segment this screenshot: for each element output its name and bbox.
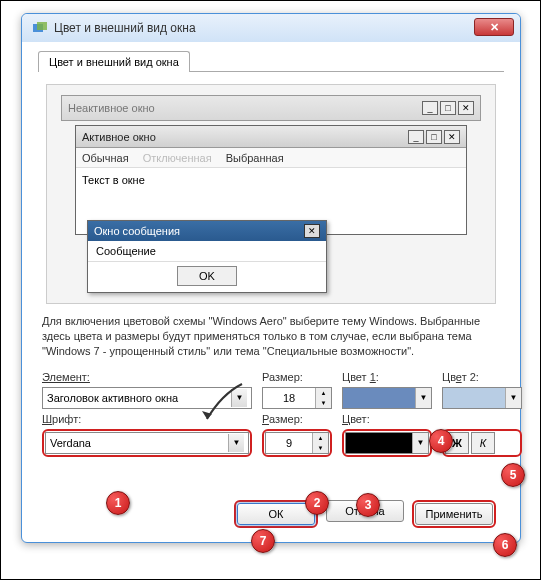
annotation-badge-1: 1 [106, 491, 130, 515]
annotation-badge-5: 5 [501, 463, 525, 487]
preview-text: Текст в окне [76, 168, 466, 192]
chevron-down-icon: ▼ [415, 388, 431, 408]
maximize-icon: □ [426, 130, 442, 144]
menu-disabled: Отключенная [143, 152, 212, 164]
titlebar: Цвет и внешний вид окна ✕ [22, 14, 520, 42]
svg-rect-1 [37, 22, 47, 30]
label-fontcolor: Цвет: [342, 413, 432, 425]
minimize-icon: _ [408, 130, 424, 144]
chevron-down-icon: ▼ [412, 433, 428, 453]
label-fontsize: Размер: [262, 413, 332, 425]
description-text: Для включения цветовой схемы "Windows Ae… [42, 314, 500, 359]
font-combobox[interactable]: Verdana▼ [45, 432, 249, 454]
color1-picker[interactable]: ▼ [342, 387, 432, 409]
apply-button[interactable]: Применить [415, 503, 493, 525]
italic-button[interactable]: К [471, 432, 495, 454]
label-font: Шрифт: [42, 413, 252, 425]
preview-inactive-window: Неактивное окно _ □ ✕ [61, 95, 481, 121]
preview-active-window: Активное окно _ □ ✕ Обычная Отключенная … [75, 125, 467, 235]
chevron-down-icon: ▼ [231, 389, 247, 407]
minimize-icon: _ [422, 101, 438, 115]
fontcolor-picker[interactable]: ▼ [345, 432, 429, 454]
chevron-down-icon: ▼ [228, 434, 244, 452]
annotation-badge-7: 7 [251, 529, 275, 553]
close-button[interactable]: ✕ [474, 18, 514, 36]
annotation-badge-2: 2 [305, 491, 329, 515]
fontsize-spinner[interactable]: 9 ▲▼ [265, 432, 329, 454]
element-combobox[interactable]: Заголовок активного окна▼ [42, 387, 252, 409]
preview-message-window: Окно сообщения ✕ Сообщение OK [87, 220, 327, 293]
tab-appearance[interactable]: Цвет и внешний вид окна [38, 51, 190, 72]
menu-selected: Выбранная [226, 152, 284, 164]
label-size: Размер: [262, 371, 332, 383]
annotation-badge-3: 3 [356, 493, 380, 517]
annotation-badge-6: 6 [493, 533, 517, 557]
close-icon: ✕ [458, 101, 474, 115]
label-color2: Цвет 2: [442, 371, 522, 383]
maximize-icon: □ [440, 101, 456, 115]
dialog-window: Цвет и внешний вид окна ✕ Цвет и внешний… [21, 13, 521, 543]
preview-pane: Неактивное окно _ □ ✕ Активное окно _ □ … [46, 84, 496, 304]
label-element: Элемент: [42, 371, 252, 383]
color2-picker[interactable]: ▼ [442, 387, 522, 409]
label-color1: Цвет 1: [342, 371, 432, 383]
msg-ok-button: OK [177, 266, 237, 286]
annotation-badge-4: 4 [429, 429, 453, 453]
menu-normal: Обычная [82, 152, 129, 164]
close-icon: ✕ [444, 130, 460, 144]
window-title: Цвет и внешний вид окна [54, 21, 196, 35]
size-spinner[interactable]: 18 ▲▼ [262, 387, 332, 409]
app-icon [32, 20, 48, 36]
close-icon: ✕ [304, 224, 320, 238]
chevron-down-icon: ▼ [505, 388, 521, 408]
ok-button[interactable]: ОК [237, 503, 315, 525]
